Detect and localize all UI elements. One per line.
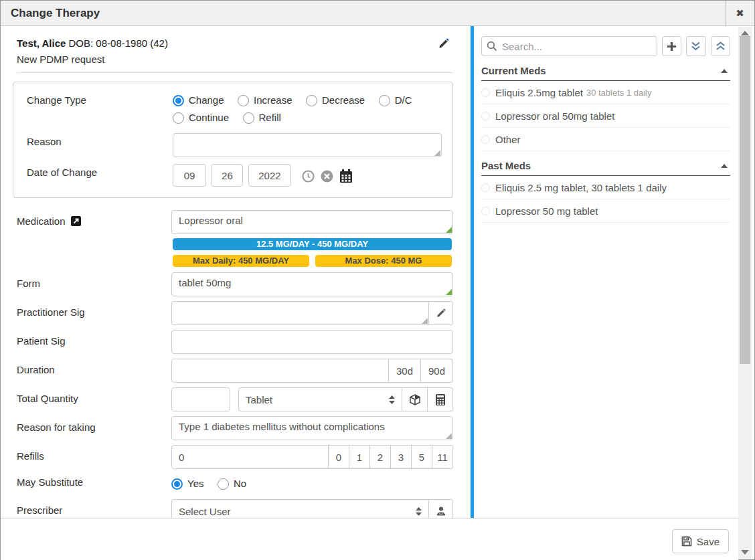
edit-sig-button[interactable]: [429, 301, 453, 325]
prescriber-label: Prescriber: [17, 499, 171, 518]
add-med-button[interactable]: [662, 36, 681, 56]
past-meds-header[interactable]: Past Meds: [481, 160, 730, 176]
duration-90d-button[interactable]: 90d: [421, 359, 453, 383]
radio-change-input[interactable]: [173, 95, 184, 106]
collapse-all-button[interactable]: [711, 36, 730, 56]
may-substitute-label: May Substitute: [17, 474, 171, 492]
date-year-input[interactable]: [248, 164, 291, 187]
date-day-input[interactable]: [211, 164, 243, 187]
modal-titlebar: Change Therapy ✖: [1, 1, 754, 26]
radio-continue[interactable]: Continue: [173, 109, 229, 126]
radio-change[interactable]: Change: [173, 92, 224, 109]
collapse-caret-icon: [721, 164, 728, 168]
select-caret-icon: [416, 507, 422, 516]
radio-decrease-input[interactable]: [306, 95, 317, 106]
search-icon: [487, 41, 497, 52]
med-item-lopressor-current[interactable]: Lopressor oral 50mg tablet: [481, 104, 730, 128]
modal-title: Change Therapy: [1, 7, 100, 20]
med-bullet-icon: [481, 183, 490, 192]
meds-search-input[interactable]: [481, 36, 657, 56]
med-item-eliquis-current[interactable]: Eliquis 2.5mg tablet 30 tablets 1 daily: [481, 81, 730, 104]
prescriber-select[interactable]: Select User: [171, 499, 429, 518]
duration-label: Duration: [17, 359, 171, 383]
duration-30d-button[interactable]: 30d: [389, 359, 421, 383]
medication-textarea[interactable]: Lopressor oral: [171, 210, 453, 234]
radio-increase-input[interactable]: [238, 95, 249, 106]
close-icon: ✖: [736, 7, 744, 19]
scroll-down-icon[interactable]: [741, 550, 749, 555]
form-textarea[interactable]: tablet 50mg: [171, 272, 453, 296]
patient-header: Test, Alice DOB: 08-08-1980 (42) New PDM…: [17, 35, 453, 73]
change-type-label: Change Type: [27, 92, 173, 126]
change-type-options: Change Increase Decrease D/C Continue Re…: [173, 92, 442, 126]
date-month-input[interactable]: [173, 164, 206, 187]
radio-substitute-yes-input[interactable]: [171, 478, 183, 490]
scroll-up-icon[interactable]: [741, 31, 749, 35]
sidebar-toolbar: [481, 36, 730, 56]
clear-date-icon[interactable]: [321, 170, 333, 183]
assign-user-button[interactable]: [429, 499, 453, 518]
pencil-icon: [436, 308, 446, 318]
refill-3-button[interactable]: 3: [391, 445, 412, 469]
max-dose-badge: Max Dose: 450 MG: [315, 255, 452, 267]
med-item-eliquis-past[interactable]: Eliquis 2.5 mg tablet, 30 tablets 1 dail…: [481, 176, 730, 199]
med-bullet-icon: [481, 135, 490, 144]
external-link-icon[interactable]: [71, 216, 81, 226]
scrollbar-thumb[interactable]: [740, 36, 750, 364]
package-button[interactable]: [402, 387, 428, 411]
pdmp-request-link[interactable]: New PDMP request: [17, 52, 453, 67]
calendar-icon[interactable]: [339, 169, 353, 183]
patient-name-line: Test, Alice DOB: 08-08-1980 (42): [17, 35, 453, 52]
refill-11-button[interactable]: 11: [432, 445, 453, 469]
plus-icon: [667, 41, 677, 52]
dose-badges: 12.5 MG/DAY - 450 MG/DAY Max Daily: 450 …: [171, 238, 453, 267]
double-chevron-up-icon: [716, 41, 726, 51]
practitioner-sig-label: Practitioner Sig: [17, 301, 171, 325]
radio-dc[interactable]: D/C: [379, 92, 412, 109]
clock-icon[interactable]: [302, 170, 315, 183]
med-item-lopressor-past[interactable]: Lopressor 50 mg tablet: [481, 199, 730, 223]
date-of-change-label: Date of Change: [27, 164, 173, 187]
radio-refill[interactable]: Refill: [243, 109, 281, 126]
radio-increase[interactable]: Increase: [238, 92, 292, 109]
refills-input[interactable]: [171, 445, 329, 469]
med-bullet-icon: [481, 112, 490, 120]
duration-input[interactable]: [171, 359, 389, 383]
total-quantity-label: Total Quantity: [17, 387, 171, 411]
radio-dc-input[interactable]: [379, 95, 390, 106]
reason-label: Reason: [27, 133, 173, 157]
current-meds-header[interactable]: Current Meds: [481, 65, 730, 81]
reason-textarea[interactable]: [173, 133, 442, 157]
refill-2-button[interactable]: 2: [370, 445, 391, 469]
save-button[interactable]: Save: [672, 529, 729, 553]
radio-refill-input[interactable]: [243, 112, 254, 124]
refill-1-button[interactable]: 1: [349, 445, 370, 469]
patient-sig-input[interactable]: [171, 330, 453, 354]
calculator-button[interactable]: [428, 387, 453, 411]
meds-sidebar: Current Meds Eliquis 2.5mg tablet 30 tab…: [471, 26, 734, 518]
med-bullet-icon: [481, 207, 490, 215]
radio-decrease[interactable]: Decrease: [306, 92, 365, 109]
med-item-other[interactable]: Other: [481, 128, 730, 151]
total-quantity-input[interactable]: [171, 387, 230, 411]
medication-label: Medication: [17, 210, 171, 234]
practitioner-sig-textarea[interactable]: [171, 301, 429, 325]
past-meds-title: Past Meds: [481, 160, 531, 171]
reason-for-taking-textarea[interactable]: Type 1 diabetes mellitus without complic…: [171, 416, 453, 440]
form-label: Form: [17, 272, 171, 296]
radio-substitute-no[interactable]: No: [218, 475, 246, 492]
refill-0-button[interactable]: 0: [329, 445, 349, 469]
refill-5-button[interactable]: 5: [412, 445, 432, 469]
refills-label: Refills: [17, 445, 171, 469]
unit-select[interactable]: Tablet: [238, 387, 402, 411]
person-icon: [436, 506, 446, 516]
close-button[interactable]: ✖: [725, 1, 754, 26]
radio-continue-input[interactable]: [173, 112, 184, 124]
pencil-icon: [438, 38, 449, 49]
radio-substitute-no-input[interactable]: [218, 478, 229, 490]
expand-all-button[interactable]: [686, 36, 705, 56]
vertical-scrollbar[interactable]: [738, 27, 752, 559]
edit-patient-button[interactable]: [438, 38, 449, 49]
radio-substitute-yes[interactable]: Yes: [171, 475, 203, 492]
change-therapy-modal: Change Therapy ✖ Test, Alice DOB: 08-08-…: [0, 0, 755, 560]
